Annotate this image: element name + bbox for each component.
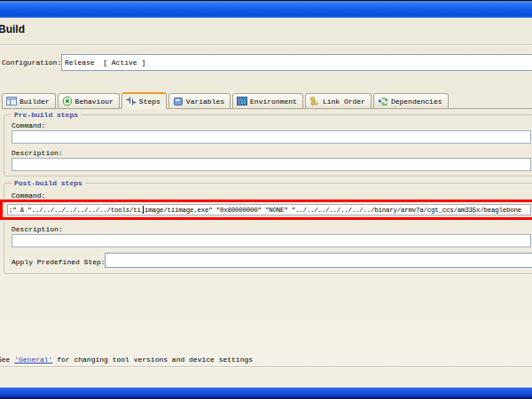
variables-icon bbox=[173, 96, 184, 106]
behaviour-icon bbox=[62, 96, 73, 106]
pre-build-description-input[interactable] bbox=[12, 158, 531, 171]
footer-note: See 'General' for changing tool versions… bbox=[0, 356, 253, 364]
tab-variables[interactable]: Variables bbox=[168, 93, 231, 108]
tab-label: Variables bbox=[186, 98, 224, 106]
tab-label: Link Order bbox=[323, 98, 365, 106]
apply-predefined-step-select[interactable] bbox=[105, 253, 532, 268]
tab-builder[interactable]: Builder bbox=[2, 93, 56, 108]
tab-link-order[interactable]: Link Order bbox=[305, 93, 372, 108]
window-bottom-border bbox=[0, 387, 532, 399]
tab-label: Behaviour bbox=[75, 98, 113, 106]
tab-environment[interactable]: Environment bbox=[232, 93, 303, 108]
configuration-select[interactable] bbox=[61, 54, 532, 71]
window-bottom-strip bbox=[0, 368, 532, 387]
post-build-description-label: Description: bbox=[12, 225, 63, 233]
build-settings-panel: Build Configuration: Builder Behaviour bbox=[0, 18, 532, 366]
post-build-steps-title: Post-build steps bbox=[12, 179, 85, 187]
tab-behaviour[interactable]: Behaviour bbox=[58, 93, 120, 108]
footer-note-prefix: See bbox=[0, 356, 14, 364]
pre-build-command-input[interactable] bbox=[12, 130, 531, 144]
post-build-description-input[interactable] bbox=[12, 234, 531, 247]
builder-table-icon bbox=[6, 96, 17, 106]
tab-dependencies[interactable]: Dependencies bbox=[373, 93, 449, 108]
footer-note-suffix: for changing tool versions and device se… bbox=[52, 356, 253, 364]
pre-build-command-label: Command: bbox=[12, 121, 45, 129]
post-build-command-input[interactable] bbox=[7, 204, 531, 215]
tab-label: Environment bbox=[250, 98, 297, 106]
tab-bar: Builder Behaviour Steps Variables bbox=[2, 92, 532, 109]
general-settings-link[interactable]: 'General' bbox=[14, 356, 52, 364]
text-caret bbox=[143, 206, 144, 214]
tab-label: Builder bbox=[20, 98, 50, 106]
page-title: Build bbox=[0, 23, 25, 35]
tab-label: Dependencies bbox=[391, 98, 442, 106]
header-divider bbox=[0, 44, 532, 46]
red-highlight-box bbox=[0, 200, 532, 220]
pre-build-description-label: Description: bbox=[12, 149, 63, 157]
tab-label: Steps bbox=[139, 98, 160, 106]
pre-build-steps-group: Pre-build steps Command: Description: bbox=[4, 114, 532, 176]
configuration-label: Configuration: bbox=[2, 59, 61, 66]
build-properties-window: Build Configuration: Builder Behaviour bbox=[0, 0, 532, 399]
window-titlebar[interactable] bbox=[0, 0, 532, 18]
environment-icon bbox=[237, 96, 247, 106]
link-order-keys-icon bbox=[309, 96, 320, 106]
post-build-command-label: Command: bbox=[12, 192, 45, 200]
steps-icon bbox=[126, 96, 137, 106]
tab-steps[interactable]: Steps bbox=[121, 92, 167, 109]
apply-predefined-step-label: Apply Predefined Step: bbox=[12, 258, 106, 266]
dependencies-icon bbox=[378, 96, 388, 106]
pre-build-steps-title: Pre-build steps bbox=[12, 111, 81, 119]
